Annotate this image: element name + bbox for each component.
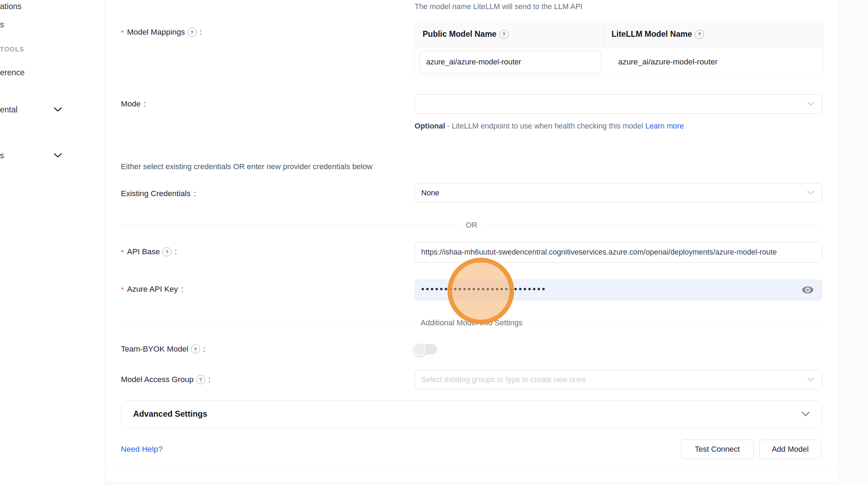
public-model-name-input[interactable]: azure_ai/azure-model-router [419, 51, 602, 73]
toggle-knob [413, 342, 426, 356]
azure-api-key-input[interactable]: ••••••••••••••••••••••••••• [415, 279, 822, 300]
help-icon[interactable]: ? [499, 30, 508, 39]
mode-select[interactable] [415, 94, 822, 114]
masked-api-key: ••••••••••••••••••••••••••• [421, 284, 547, 294]
or-divider: OR [121, 220, 822, 231]
additional-settings-divider: Additional Model Info Settings [121, 317, 822, 328]
mode-label: Mode : [121, 98, 146, 110]
sidebar-section-tools: TOOLS [0, 45, 104, 54]
chevron-down-icon [801, 411, 810, 417]
sidebar-item-ental[interactable]: ental [0, 103, 104, 116]
need-help-link[interactable]: Need Help? [121, 443, 163, 455]
table-row: azure_ai/azure-model-router azure_ai/azu… [415, 47, 823, 76]
help-icon[interactable]: ? [191, 345, 200, 354]
card-footer-divider [105, 471, 838, 472]
model-mappings-table: Public Model Name ? LiteLLM Model Name ?… [415, 21, 823, 76]
sidebar-item-label: ations [0, 2, 21, 11]
required-asterisk: * [121, 285, 124, 295]
help-icon[interactable]: ? [162, 247, 171, 256]
add-model-button[interactable]: Add Model [759, 439, 821, 459]
learn-more-link[interactable]: Learn more [645, 122, 684, 130]
model-name-helper-text: The model name LiteLLM will send to the … [415, 1, 765, 12]
credentials-note: Either select existing credentials OR en… [121, 161, 373, 172]
required-asterisk: * [121, 28, 124, 37]
public-model-name-header: Public Model Name ? [415, 21, 604, 47]
eye-icon[interactable] [801, 285, 814, 295]
sidebar-item-label: s [0, 20, 4, 29]
existing-credentials-select[interactable]: None [415, 183, 822, 203]
select-placeholder: Select existing groups or type to create… [421, 375, 586, 384]
sidebar-item-s2[interactable]: s [0, 149, 104, 162]
help-icon[interactable]: ? [695, 30, 704, 39]
help-icon[interactable]: ? [187, 28, 197, 37]
litellm-model-name-value: azure_ai/azure-model-router [610, 47, 718, 76]
sidebar-item-erence[interactable]: erence [0, 66, 104, 79]
sidebar-item-ations[interactable]: ations [0, 0, 104, 13]
model-access-group-label: Model Access Group ? : [121, 373, 211, 386]
sidebar-item-label: erence [0, 68, 25, 77]
api-base-label: * API Base ? : [121, 245, 177, 258]
advanced-settings-panel[interactable]: Advanced Settings [121, 400, 822, 428]
sidebar: ations s TOOLS erence ental s [0, 0, 105, 485]
model-mappings-label: * Model Mappings ? : [121, 26, 202, 39]
api-base-input[interactable]: https://ishaa-mh6uutut-swedencentral.cog… [415, 242, 822, 263]
sidebar-item-label: s [0, 151, 4, 160]
chevron-down-icon [53, 151, 62, 160]
chevron-down-icon [807, 375, 815, 384]
advanced-settings-title: Advanced Settings [133, 409, 801, 419]
sidebar-item-s1[interactable]: s [0, 18, 104, 31]
help-icon[interactable]: ? [196, 375, 205, 384]
chevron-down-icon [53, 105, 62, 115]
chevron-down-icon [807, 189, 815, 198]
model-access-group-select[interactable]: Select existing groups or type to create… [415, 370, 822, 389]
litellm-model-name-header: LiteLLM Model Name ? [604, 21, 823, 47]
existing-credentials-label: Existing Credentials : [121, 187, 196, 200]
model-mappings-table-header: Public Model Name ? LiteLLM Model Name ? [415, 21, 823, 47]
test-connect-button[interactable]: Test Connect [681, 439, 754, 459]
required-asterisk: * [121, 248, 124, 257]
team-byok-label: Team-BYOK Model ? : [121, 343, 205, 355]
chevron-down-icon [807, 100, 815, 109]
sidebar-item-label: ental [0, 105, 18, 115]
mode-helper-text: Optional - LiteLLM endpoint to use when … [415, 119, 698, 133]
azure-api-key-label: * Azure API Key : [121, 283, 183, 296]
team-byok-toggle[interactable] [415, 344, 437, 354]
